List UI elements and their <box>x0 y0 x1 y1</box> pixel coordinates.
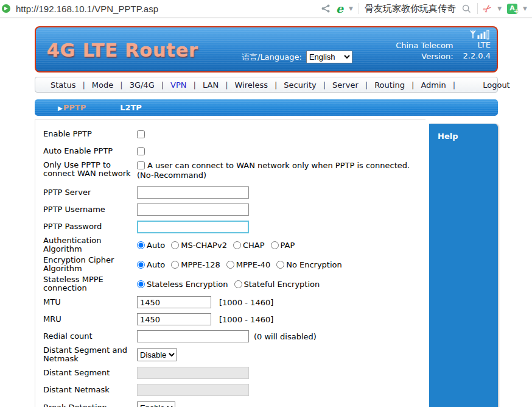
search-icon[interactable] <box>461 4 472 14</box>
mtu-input[interactable] <box>137 296 211 308</box>
pptp-password-label: PPTP Password <box>43 222 137 231</box>
divider <box>359 3 359 14</box>
nav-mode[interactable]: Mode <box>85 80 120 90</box>
auth-pap-radio[interactable]: PAP <box>271 241 295 250</box>
search-input[interactable]: 骨友玩家教你玩真传奇 <box>365 3 456 15</box>
nav-lan[interactable]: LAN <box>196 80 225 90</box>
distant-segment-netmask-label: Distant Segment and Netmask <box>43 346 137 363</box>
enc-auto-radio[interactable]: Auto <box>137 260 165 269</box>
auth-chap-radio[interactable]: CHAP <box>233 241 265 250</box>
nav-vpn[interactable]: VPN <box>164 80 193 90</box>
break-detection-label: Break Detection <box>43 403 137 407</box>
enc-mppe40-radio[interactable]: MPPE-40 <box>226 260 270 269</box>
pptp-password-input[interactable] <box>137 221 249 233</box>
nav-server[interactable]: Server <box>326 80 365 90</box>
enable-pptp-label: Enable PPTP <box>43 130 137 138</box>
distant-segment-netmask-select[interactable]: Disable <box>137 348 177 361</box>
nav-status[interactable]: Status <box>44 80 82 90</box>
distant-segment-label: Distant Segment <box>43 369 137 377</box>
auth-mschapv2-radio[interactable]: MS-CHAPv2 <box>171 241 227 250</box>
distant-netmask-label: Distant Netmask <box>43 386 137 394</box>
help-title: Help <box>438 132 498 141</box>
enc-none-radio[interactable]: No Encryption <box>276 260 342 269</box>
nav-wireless[interactable]: Wireless <box>228 80 275 90</box>
tab-pptp[interactable]: ▶PPTP <box>58 103 86 112</box>
language-select[interactable]: English <box>306 51 352 63</box>
redial-count-hint: (0 will disabled) <box>254 332 317 341</box>
auto-enable-pptp-label: Auto Enable PPTP <box>43 147 137 155</box>
pptp-username-label: PPTP Username <box>43 205 137 214</box>
enable-pptp-checkbox[interactable] <box>137 130 145 138</box>
chevron-down-icon[interactable]: ▼ <box>349 5 353 12</box>
carrier-name: China Telecom <box>396 40 453 51</box>
translate-icon[interactable]: A+ <box>507 4 517 14</box>
mru-range-hint: [1000 - 1460] <box>219 315 273 324</box>
mtu-label: MTU <box>43 298 137 306</box>
language-label: 语言/Language: <box>242 52 302 63</box>
scissors-icon[interactable]: ✂ <box>481 2 494 15</box>
nav-security[interactable]: Security <box>277 80 323 90</box>
pptp-server-input[interactable] <box>137 186 249 199</box>
version-value: 2.2.0.4 <box>463 51 491 62</box>
stateless-mppe-label: Stateless MPPE connection <box>43 275 137 292</box>
nav-3g4g[interactable]: 3G/4G <box>123 80 161 90</box>
nav-admin[interactable]: Admin <box>414 80 452 90</box>
mtu-range-hint: [1000 - 1460] <box>219 298 273 307</box>
router-logo: 4G LTE Router <box>47 40 198 61</box>
help-panel: Help <box>429 124 498 407</box>
tab-l2tp[interactable]: L2TP <box>120 103 142 112</box>
only-use-pptp-note: A user can connect to WAN network only w… <box>137 161 410 180</box>
vpn-subtabs: ▶PPTP L2TP <box>35 99 498 116</box>
pptp-settings-form: Enable PPTP Auto Enable PPTP Only Use PP… <box>35 119 425 407</box>
share-icon[interactable] <box>321 4 331 13</box>
divider <box>477 3 478 14</box>
router-header-banner: 4G LTE Router 语言/Language: English China… <box>35 26 498 73</box>
mru-label: MRU <box>43 315 137 324</box>
version-label: Version: <box>396 51 453 62</box>
mru-input[interactable] <box>137 313 211 325</box>
chevron-down-icon[interactable]: ▼ <box>497 5 502 12</box>
mppe-stateless-radio[interactable]: Stateless Encryption <box>137 280 228 289</box>
distant-netmask-input <box>137 384 249 396</box>
distant-segment-input <box>137 367 249 379</box>
auth-algorithm-label: Authentication Algorithm <box>43 236 137 253</box>
chevron-down-icon[interactable]: ▼ <box>523 5 527 12</box>
nav-routing[interactable]: Routing <box>368 80 411 90</box>
url-text[interactable]: http://192.168.10.1/VPN_PPTP.asp <box>16 4 321 14</box>
main-nav: Status| Mode| 3G/4G| VPN| LAN| Wireless|… <box>35 77 498 93</box>
break-detection-select[interactable]: Enable <box>137 401 175 407</box>
nav-logout[interactable]: Logout <box>476 80 517 90</box>
pptp-username-input[interactable] <box>137 203 249 216</box>
only-use-pptp-label: Only Use PPTP to connect WAN network <box>43 161 137 178</box>
mppe-stateful-radio[interactable]: Stateful Encryption <box>234 280 320 289</box>
site-icon <box>2 4 10 13</box>
auto-enable-pptp-checkbox[interactable] <box>137 147 145 155</box>
browser-address-bar: http://192.168.10.1/VPN_PPTP.asp e ▼ 骨友玩… <box>0 0 532 18</box>
active-tab-arrow-icon: ▶ <box>58 105 63 111</box>
auth-auto-radio[interactable]: Auto <box>137 241 165 250</box>
enc-mppe128-radio[interactable]: MPPE-128 <box>171 260 220 269</box>
redial-count-input[interactable] <box>137 330 249 342</box>
pptp-server-label: PPTP Server <box>43 188 137 197</box>
redial-count-label: Redial count <box>43 332 137 341</box>
network-type: LTE <box>463 40 491 51</box>
signal-strength-icon <box>470 29 491 40</box>
encryption-cipher-label: Encryption Cipher Algorithm <box>43 256 137 273</box>
browser-core-icon[interactable]: e <box>336 3 343 15</box>
only-use-pptp-checkbox[interactable] <box>137 161 145 169</box>
